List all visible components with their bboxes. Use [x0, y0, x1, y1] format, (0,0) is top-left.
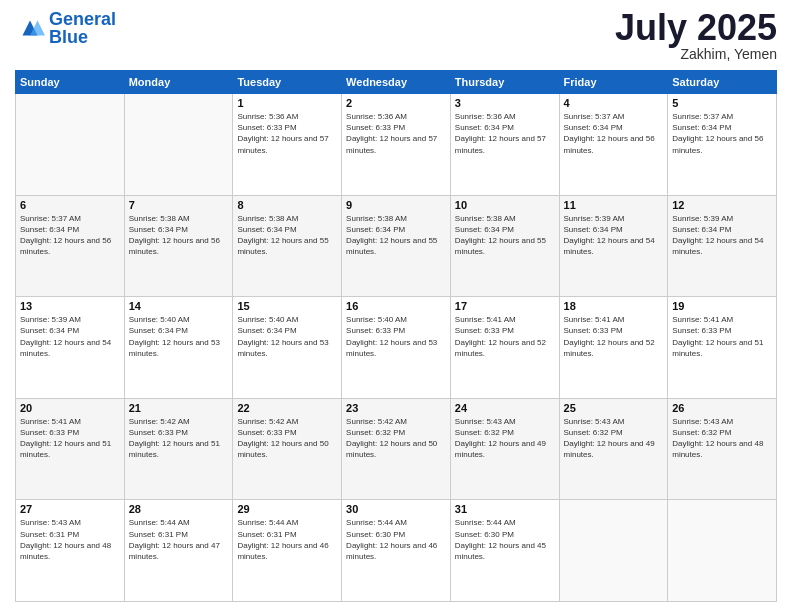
- day-number: 7: [129, 199, 229, 211]
- day-info: Sunrise: 5:44 AMSunset: 6:30 PMDaylight:…: [346, 517, 446, 562]
- day-number: 15: [237, 300, 337, 312]
- day-cell: 5Sunrise: 5:37 AMSunset: 6:34 PMDaylight…: [668, 94, 777, 196]
- day-info: Sunrise: 5:42 AMSunset: 6:33 PMDaylight:…: [129, 416, 229, 461]
- day-header-tuesday: Tuesday: [233, 71, 342, 94]
- day-info: Sunrise: 5:40 AMSunset: 6:34 PMDaylight:…: [129, 314, 229, 359]
- day-number: 30: [346, 503, 446, 515]
- day-number: 9: [346, 199, 446, 211]
- day-cell: 22Sunrise: 5:42 AMSunset: 6:33 PMDayligh…: [233, 398, 342, 500]
- day-cell: [559, 500, 668, 602]
- day-header-monday: Monday: [124, 71, 233, 94]
- day-cell: 24Sunrise: 5:43 AMSunset: 6:32 PMDayligh…: [450, 398, 559, 500]
- day-info: Sunrise: 5:36 AMSunset: 6:33 PMDaylight:…: [237, 111, 337, 156]
- day-header-saturday: Saturday: [668, 71, 777, 94]
- calendar-table: SundayMondayTuesdayWednesdayThursdayFrid…: [15, 70, 777, 602]
- day-number: 6: [20, 199, 120, 211]
- week-row-2: 6Sunrise: 5:37 AMSunset: 6:34 PMDaylight…: [16, 195, 777, 297]
- day-cell: [16, 94, 125, 196]
- day-info: Sunrise: 5:41 AMSunset: 6:33 PMDaylight:…: [564, 314, 664, 359]
- day-info: Sunrise: 5:43 AMSunset: 6:32 PMDaylight:…: [455, 416, 555, 461]
- day-info: Sunrise: 5:44 AMSunset: 6:31 PMDaylight:…: [129, 517, 229, 562]
- day-cell: 12Sunrise: 5:39 AMSunset: 6:34 PMDayligh…: [668, 195, 777, 297]
- day-header-friday: Friday: [559, 71, 668, 94]
- day-cell: 19Sunrise: 5:41 AMSunset: 6:33 PMDayligh…: [668, 297, 777, 399]
- day-number: 10: [455, 199, 555, 211]
- week-row-1: 1Sunrise: 5:36 AMSunset: 6:33 PMDaylight…: [16, 94, 777, 196]
- day-info: Sunrise: 5:44 AMSunset: 6:31 PMDaylight:…: [237, 517, 337, 562]
- day-number: 3: [455, 97, 555, 109]
- day-number: 21: [129, 402, 229, 414]
- day-info: Sunrise: 5:40 AMSunset: 6:33 PMDaylight:…: [346, 314, 446, 359]
- day-number: 27: [20, 503, 120, 515]
- day-cell: 25Sunrise: 5:43 AMSunset: 6:32 PMDayligh…: [559, 398, 668, 500]
- week-row-4: 20Sunrise: 5:41 AMSunset: 6:33 PMDayligh…: [16, 398, 777, 500]
- day-number: 4: [564, 97, 664, 109]
- day-cell: [124, 94, 233, 196]
- day-header-wednesday: Wednesday: [342, 71, 451, 94]
- logo-text: General Blue: [49, 10, 116, 46]
- day-cell: 28Sunrise: 5:44 AMSunset: 6:31 PMDayligh…: [124, 500, 233, 602]
- day-number: 26: [672, 402, 772, 414]
- day-info: Sunrise: 5:38 AMSunset: 6:34 PMDaylight:…: [237, 213, 337, 258]
- day-cell: 8Sunrise: 5:38 AMSunset: 6:34 PMDaylight…: [233, 195, 342, 297]
- day-number: 29: [237, 503, 337, 515]
- day-number: 31: [455, 503, 555, 515]
- day-info: Sunrise: 5:37 AMSunset: 6:34 PMDaylight:…: [564, 111, 664, 156]
- day-number: 22: [237, 402, 337, 414]
- day-cell: 7Sunrise: 5:38 AMSunset: 6:34 PMDaylight…: [124, 195, 233, 297]
- day-info: Sunrise: 5:43 AMSunset: 6:32 PMDaylight:…: [672, 416, 772, 461]
- day-info: Sunrise: 5:43 AMSunset: 6:31 PMDaylight:…: [20, 517, 120, 562]
- day-info: Sunrise: 5:43 AMSunset: 6:32 PMDaylight:…: [564, 416, 664, 461]
- day-info: Sunrise: 5:41 AMSunset: 6:33 PMDaylight:…: [455, 314, 555, 359]
- day-info: Sunrise: 5:38 AMSunset: 6:34 PMDaylight:…: [346, 213, 446, 258]
- day-info: Sunrise: 5:42 AMSunset: 6:32 PMDaylight:…: [346, 416, 446, 461]
- day-cell: 30Sunrise: 5:44 AMSunset: 6:30 PMDayligh…: [342, 500, 451, 602]
- day-cell: 16Sunrise: 5:40 AMSunset: 6:33 PMDayligh…: [342, 297, 451, 399]
- day-cell: 21Sunrise: 5:42 AMSunset: 6:33 PMDayligh…: [124, 398, 233, 500]
- day-number: 28: [129, 503, 229, 515]
- logo: General Blue: [15, 10, 116, 46]
- logo-blue: Blue: [49, 27, 88, 47]
- day-number: 13: [20, 300, 120, 312]
- day-info: Sunrise: 5:44 AMSunset: 6:30 PMDaylight:…: [455, 517, 555, 562]
- day-info: Sunrise: 5:41 AMSunset: 6:33 PMDaylight:…: [672, 314, 772, 359]
- title-block: July 2025 Zakhim, Yemen: [615, 10, 777, 62]
- day-cell: 18Sunrise: 5:41 AMSunset: 6:33 PMDayligh…: [559, 297, 668, 399]
- day-info: Sunrise: 5:38 AMSunset: 6:34 PMDaylight:…: [129, 213, 229, 258]
- header: General Blue July 2025 Zakhim, Yemen: [15, 10, 777, 62]
- day-cell: 31Sunrise: 5:44 AMSunset: 6:30 PMDayligh…: [450, 500, 559, 602]
- day-cell: 17Sunrise: 5:41 AMSunset: 6:33 PMDayligh…: [450, 297, 559, 399]
- day-number: 24: [455, 402, 555, 414]
- logo-general: General: [49, 9, 116, 29]
- day-info: Sunrise: 5:36 AMSunset: 6:33 PMDaylight:…: [346, 111, 446, 156]
- day-cell: 9Sunrise: 5:38 AMSunset: 6:34 PMDaylight…: [342, 195, 451, 297]
- day-info: Sunrise: 5:37 AMSunset: 6:34 PMDaylight:…: [20, 213, 120, 258]
- header-row: SundayMondayTuesdayWednesdayThursdayFrid…: [16, 71, 777, 94]
- day-cell: 10Sunrise: 5:38 AMSunset: 6:34 PMDayligh…: [450, 195, 559, 297]
- day-number: 5: [672, 97, 772, 109]
- day-number: 2: [346, 97, 446, 109]
- day-number: 18: [564, 300, 664, 312]
- day-cell: 15Sunrise: 5:40 AMSunset: 6:34 PMDayligh…: [233, 297, 342, 399]
- location: Zakhim, Yemen: [615, 46, 777, 62]
- day-number: 8: [237, 199, 337, 211]
- day-info: Sunrise: 5:39 AMSunset: 6:34 PMDaylight:…: [564, 213, 664, 258]
- day-info: Sunrise: 5:39 AMSunset: 6:34 PMDaylight:…: [20, 314, 120, 359]
- logo-icon: [15, 13, 45, 43]
- day-info: Sunrise: 5:40 AMSunset: 6:34 PMDaylight:…: [237, 314, 337, 359]
- day-number: 12: [672, 199, 772, 211]
- day-number: 16: [346, 300, 446, 312]
- day-cell: 6Sunrise: 5:37 AMSunset: 6:34 PMDaylight…: [16, 195, 125, 297]
- day-number: 25: [564, 402, 664, 414]
- day-info: Sunrise: 5:42 AMSunset: 6:33 PMDaylight:…: [237, 416, 337, 461]
- page: General Blue July 2025 Zakhim, Yemen Sun…: [0, 0, 792, 612]
- week-row-3: 13Sunrise: 5:39 AMSunset: 6:34 PMDayligh…: [16, 297, 777, 399]
- day-number: 17: [455, 300, 555, 312]
- day-cell: 23Sunrise: 5:42 AMSunset: 6:32 PMDayligh…: [342, 398, 451, 500]
- day-number: 14: [129, 300, 229, 312]
- day-cell: 13Sunrise: 5:39 AMSunset: 6:34 PMDayligh…: [16, 297, 125, 399]
- day-info: Sunrise: 5:38 AMSunset: 6:34 PMDaylight:…: [455, 213, 555, 258]
- day-number: 11: [564, 199, 664, 211]
- day-cell: 2Sunrise: 5:36 AMSunset: 6:33 PMDaylight…: [342, 94, 451, 196]
- day-number: 20: [20, 402, 120, 414]
